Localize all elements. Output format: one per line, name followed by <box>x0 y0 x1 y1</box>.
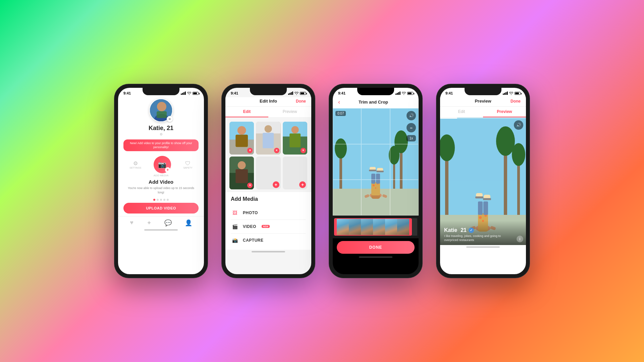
frame-2 <box>349 219 361 235</box>
svg-rect-61 <box>483 198 491 200</box>
frame-3 <box>361 219 373 235</box>
profile-name: Katie, 21 <box>118 125 204 132</box>
video-media-icon: 🎬 <box>231 223 239 231</box>
media-option-video[interactable]: 🎬 VIDEO NEW <box>231 220 306 234</box>
photo-delete-3[interactable]: × <box>301 148 306 153</box>
preview-tab-edit[interactable]: Edit <box>440 107 483 117</box>
safety-icon-group[interactable]: 🛡 SAFETY <box>183 161 192 169</box>
svg-rect-35 <box>376 174 380 184</box>
notch-1 <box>143 88 179 95</box>
battery-icon-2 <box>300 92 306 95</box>
photo-media-icon: 🖼 <box>231 209 239 217</box>
photo-add-slot-2[interactable]: + <box>283 157 307 189</box>
signal-icon-3 <box>395 92 400 95</box>
edit-avatar-button[interactable]: ✏ <box>167 116 173 122</box>
preview-done-button[interactable]: Done <box>511 99 521 104</box>
preview-progress-fill <box>440 118 457 119</box>
edit-done-button[interactable]: Done <box>296 99 306 104</box>
preview-header: Preview Done <box>440 97 526 107</box>
timeline-handle-left[interactable] <box>334 218 337 236</box>
video-frame-svg <box>333 108 419 216</box>
speed-button[interactable]: 1x <box>407 135 416 141</box>
svg-point-1 <box>157 102 166 111</box>
svg-rect-15 <box>289 133 301 147</box>
loop-button[interactable]: ∞ <box>407 123 416 132</box>
dot-2 <box>157 199 159 201</box>
phone-2: 9:41 Edit Info Done <box>221 84 315 278</box>
video-controls: 🔊 ∞ 1x <box>407 111 416 141</box>
dot-4 <box>163 199 165 201</box>
preview-volume-button[interactable]: 🔊 <box>514 120 523 130</box>
nav-heart[interactable]: ♥ <box>130 219 133 226</box>
photo-delete-1[interactable]: × <box>247 148 253 153</box>
timeline-strip[interactable] <box>333 216 419 238</box>
wifi-icon-4 <box>509 92 513 95</box>
time-1: 9:41 <box>123 91 131 95</box>
video-preview-area: 0:07 🔊 ∞ 1x <box>333 108 419 216</box>
add-photo-button-2[interactable]: + <box>299 181 306 188</box>
trim-done-button[interactable]: DONE <box>337 241 415 254</box>
photo-cell-2[interactable]: × <box>256 122 280 155</box>
add-media-title: Add Media <box>231 196 306 202</box>
preview-tab-preview[interactable]: Preview <box>483 107 526 117</box>
frame-6 <box>397 219 409 235</box>
photo-add-slot-1[interactable]: + <box>256 157 280 189</box>
add-video-section: Add Video You're now able to upload vide… <box>118 177 204 196</box>
nav-chat[interactable]: 💬 <box>164 219 172 227</box>
photo-cell-1[interactable]: × <box>229 122 254 155</box>
volume-button[interactable]: 🔊 <box>407 111 416 120</box>
dot-1 <box>153 199 155 201</box>
nav-profile[interactable]: 👤 <box>185 219 192 227</box>
edit-info-header: Edit Info Done <box>225 97 311 107</box>
frame-4 <box>373 219 385 235</box>
video-background <box>333 108 419 216</box>
preview-progress-bar[interactable] <box>440 118 526 119</box>
svg-point-6 <box>237 126 246 135</box>
photo-delete-4[interactable]: × <box>247 183 253 188</box>
photo-cell-3[interactable]: × <box>283 122 307 155</box>
trim-title: Trim and Crop <box>359 100 388 105</box>
back-button[interactable]: ‹ <box>338 99 340 106</box>
preview-tabs: Edit Preview <box>440 107 526 118</box>
profile-gear: ⚙ <box>118 132 204 136</box>
preview-video-area: 🔊 Katie 21 ✓ I like traveling, jokes, co… <box>440 118 526 245</box>
svg-point-27 <box>389 146 399 165</box>
nav-sparkle[interactable]: ✦ <box>147 219 152 227</box>
media-option-photo[interactable]: 🖼 PHOTO <box>231 206 306 220</box>
home-indicator-3 <box>359 256 392 258</box>
time-2: 9:41 <box>231 91 238 95</box>
media-option-capture[interactable]: 📸 CAPTURE <box>231 234 306 247</box>
trim-header: ‹ Trim and Crop <box>333 97 419 108</box>
svg-rect-39 <box>376 171 384 172</box>
photo-label: PHOTO <box>243 210 258 215</box>
upload-video-button[interactable]: UPLOAD VIDEO <box>123 203 199 214</box>
svg-point-23 <box>335 138 347 159</box>
add-media-label: ADD MEDIA <box>118 174 204 177</box>
info-button[interactable]: i <box>517 236 523 242</box>
timeline-handle-right[interactable] <box>409 218 412 236</box>
add-media-button[interactable]: 📷 + <box>154 156 171 173</box>
svg-point-10 <box>265 125 272 132</box>
add-photo-button-1[interactable]: + <box>273 181 279 188</box>
photo-grid: × × × <box>225 120 311 191</box>
phone-1: 9:41 <box>114 84 208 278</box>
photo-cell-4[interactable]: × <box>229 157 254 189</box>
timeline-frames <box>337 218 409 236</box>
dot-3 <box>160 199 162 201</box>
tab-preview[interactable]: Preview <box>268 107 311 117</box>
svg-rect-19 <box>235 169 248 183</box>
avatar: ✏ <box>149 99 173 122</box>
add-video-banner: New! Add video to your profile to show o… <box>123 139 199 151</box>
notch-2 <box>250 88 287 95</box>
capture-label: CAPTURE <box>243 238 264 243</box>
settings-icon-group[interactable]: ⚙ SETTINGS <box>129 160 141 169</box>
home-indicator-2 <box>252 251 285 252</box>
svg-rect-34 <box>371 174 375 184</box>
add-video-desc: You're now able to upload video up to 15… <box>125 186 197 194</box>
video-label: VIDEO <box>243 224 256 229</box>
add-video-title: Add Video <box>125 179 197 185</box>
timeline-extra <box>412 218 417 236</box>
photo-delete-2[interactable]: × <box>274 148 279 153</box>
tab-edit[interactable]: Edit <box>225 107 268 117</box>
edit-info-title: Edit Info <box>241 99 296 104</box>
